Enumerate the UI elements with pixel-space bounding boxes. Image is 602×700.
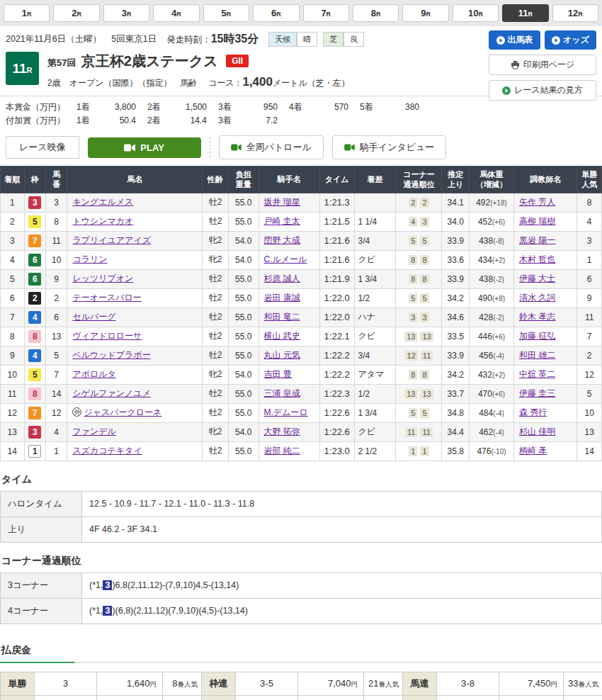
horse-name-link[interactable]: ヴィアドロローサ (72, 331, 142, 341)
payout-combination: 3-8 (437, 695, 499, 700)
horse-number: 5 (45, 346, 67, 365)
jockey-link[interactable]: 坂井 瑠星 (264, 197, 300, 207)
horse-name-link[interactable]: アポロルタ (72, 369, 115, 379)
trainer-link[interactable]: 杉山 佳明 (519, 427, 555, 436)
win-favorite-rank: 7 (577, 327, 602, 346)
corner-row: 3コーナー (*1,3)6,8(2,11,12)-(7,9,10)4,5-(13… (1, 572, 602, 598)
trainer-link[interactable]: 黒岩 陽一 (519, 235, 555, 245)
jockey-link[interactable]: 大野 拓弥 (264, 427, 300, 436)
prize-pair: 3着950 (218, 101, 289, 114)
trainer-link[interactable]: 矢作 芳人 (519, 197, 555, 207)
jockey-link[interactable]: 戸崎 圭太 (264, 216, 300, 226)
horse-weight: 428(-2) (470, 307, 514, 327)
jockey-link[interactable]: 和田 竜二 (264, 312, 300, 322)
video-label: レース映像 (6, 136, 79, 159)
horse-name-link[interactable]: トウシンマカオ (72, 216, 133, 226)
trainer-link[interactable]: 和田 雄二 (519, 350, 555, 360)
race-tab[interactable]: 10R (453, 4, 499, 22)
horse-name-link[interactable]: テーオースパロー (72, 293, 141, 303)
race-tab[interactable]: 3R (103, 4, 149, 22)
result-row: 3 7 11 ラブリイユアアイズ 牝2 54.0 団野 大成 1:21.6 3/… (1, 231, 602, 250)
last-3f: 33.9 (442, 269, 470, 288)
trainer-link[interactable]: 鈴木 孝志 (519, 312, 555, 322)
jockey-link[interactable]: 吉田 豊 (264, 369, 292, 379)
corner-positions: 88 (396, 365, 442, 384)
trainer-link[interactable]: 高柳 瑞樹 (519, 216, 555, 226)
patrol-video-button[interactable]: 全周パトロール (219, 135, 324, 159)
race-tab[interactable]: 7R (303, 4, 349, 22)
race-tab[interactable]: 1R (4, 4, 50, 22)
result-row: 10 5 7 アポロルタ 牝2 54.0 吉田 豊 1:22.2 アタマ 88 … (1, 365, 602, 384)
margin: 2 1/2 (354, 441, 396, 461)
jockey-link[interactable]: 団野 大成 (264, 235, 300, 245)
odds-button[interactable]: オッズ (545, 30, 596, 50)
last-3f: 33.6 (442, 250, 470, 269)
jockey-link[interactable]: 横山 武史 (264, 331, 300, 341)
jockey-link[interactable]: M.デムーロ (264, 407, 308, 417)
horse-name-link[interactable]: ラブリイユアアイズ (72, 235, 151, 245)
jockey-link[interactable]: 丸山 元気 (264, 350, 300, 360)
finish-position: 7 (1, 307, 25, 327)
going-value: 良 (343, 32, 364, 47)
horse-name-link[interactable]: コラリン (72, 254, 107, 264)
race-tab[interactable]: 5R (203, 4, 249, 22)
race-tab[interactable]: 9R (402, 4, 448, 22)
print-page-button[interactable]: 印刷用ページ (489, 55, 596, 75)
horse-name-link[interactable]: キングエルメス (72, 197, 133, 207)
results-guide-button[interactable]: レース結果の見方 (489, 80, 596, 101)
frame-cell: 4 (24, 307, 45, 327)
results-header-row: 着順枠馬 番馬名性齢負担 重量騎手名タイム着差コーナー 通過順位推定 上り馬体重… (1, 166, 602, 193)
jockey-link[interactable]: 岩田 康誠 (264, 293, 300, 303)
trainer-link[interactable]: 伊藤 圭三 (519, 388, 555, 398)
jockey-link[interactable]: 杉原 誠人 (264, 273, 300, 283)
jockey-link[interactable]: 三浦 皇成 (264, 388, 300, 398)
time-row-value: 12.5 - 10.9 - 11.7 - 12.1 - 11.0 - 11.3 … (82, 491, 602, 516)
horse-name-link[interactable]: セルバーグ (72, 312, 115, 322)
race-tab[interactable]: 2R (53, 4, 99, 22)
bet-type-wide: ワイド (202, 695, 236, 700)
last-3f: 34.0 (442, 212, 470, 231)
trainer-link[interactable]: 清水 久詞 (519, 293, 555, 303)
trainer-link[interactable]: 加藤 征弘 (519, 331, 555, 341)
play-button[interactable]: PLAY (88, 137, 201, 158)
jockey-interview-button[interactable]: 騎手インタビュー (332, 135, 447, 159)
horse-name-cell: ラブリイユアアイズ (67, 231, 203, 250)
race-tab[interactable]: 6R (253, 4, 299, 22)
jockey-cell: 丸山 元気 (259, 346, 319, 365)
trainer-link[interactable]: 伊藤 大士 (519, 273, 555, 283)
horse-name-link[interactable]: ベルウッドブラボー (72, 350, 150, 360)
horse-name-cell: 外ジャスパークローネ (67, 403, 203, 422)
payout-heading: 払戻金 (1, 644, 602, 657)
race-tab[interactable]: 12R (552, 4, 598, 22)
trainer-link[interactable]: 柄崎 孝 (519, 446, 547, 456)
payout-row: 複勝 3 460円 8番人気 ワイド 3-8 2,430円 35番人気 馬単 3… (1, 695, 602, 700)
race-tab[interactable]: 11R (502, 4, 548, 22)
horse-name-link[interactable]: ファンデル (72, 427, 115, 436)
arrow-circle-icon (552, 36, 560, 45)
trainer-link[interactable]: 中舘 英二 (519, 369, 555, 379)
trainer-link[interactable]: 木村 哲也 (519, 254, 555, 264)
horse-name-link[interactable]: ジャスパークローネ (84, 407, 161, 417)
bet-type-bracket-quinella: 枠連 (202, 672, 236, 695)
horse-name-link[interactable]: スズカコテキタイ (72, 446, 142, 456)
horse-name-cell: キングエルメス (67, 193, 203, 212)
frame-cell: 8 (24, 327, 45, 346)
race-number-badge: 11R (6, 52, 39, 85)
horse-name-link[interactable]: レッツリブオン (72, 273, 133, 283)
weather-label: 天候 (268, 32, 297, 47)
horse-name-link[interactable]: シゲルファンノユメ (72, 388, 151, 398)
horse-number: 1 (45, 441, 67, 461)
jockey-link[interactable]: C.ルメール (264, 254, 307, 264)
last-3f: 33.5 (442, 327, 470, 346)
entries-button[interactable]: 出馬表 (489, 30, 540, 50)
jockey-cell: 岩田 康誠 (259, 288, 319, 307)
header-actions: 出馬表 オッズ 印刷用ページ レース結果の見方 (489, 30, 596, 101)
race-tab[interactable]: 8R (353, 4, 399, 22)
race-tab[interactable]: 4R (153, 4, 199, 22)
trainer-cell: 黒岩 陽一 (513, 231, 577, 250)
result-row: 9 4 5 ベルウッドブラボー 牡2 55.0 丸山 元気 1:22.2 3/4… (1, 346, 602, 365)
trainer-link[interactable]: 森 秀行 (519, 407, 547, 417)
jockey-link[interactable]: 岩部 純二 (264, 446, 300, 456)
corner-positions: 88 (396, 250, 442, 269)
corner-positions: 22 (396, 193, 442, 212)
